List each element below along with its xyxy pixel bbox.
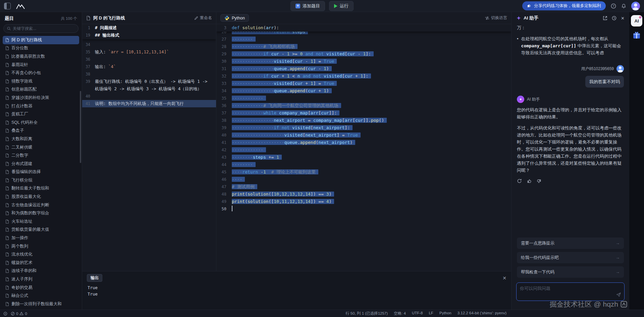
- eol-setting[interactable]: LF: [429, 311, 433, 316]
- suggestion-chip[interactable]: 给我一些代码提示吧→: [517, 252, 624, 263]
- encoding[interactable]: UTF-8: [412, 311, 423, 316]
- code-line[interactable]: 39················if not visited[next_ai…: [216, 124, 511, 131]
- description-line[interactable]: 35输入: `arr = [10,11,12,13,14]`: [82, 48, 216, 56]
- problem-list-item[interactable]: 番茄编辑的选择: [3, 168, 79, 176]
- description-line[interactable]: 41说明: 数组中均为不同机场，只能逐一向前飞行: [82, 100, 216, 107]
- problem-list-item[interactable]: 螺旋的艺术: [3, 259, 79, 267]
- problem-list-item[interactable]: 股票收益最大化: [3, 193, 79, 201]
- problem-list-item[interactable]: 比赛最高获胜次数: [3, 52, 79, 61]
- output-tab[interactable]: 输出: [87, 274, 102, 282]
- description-line[interactable]: 36: [82, 56, 216, 63]
- problem-list-item[interactable]: 加一操作: [3, 234, 79, 242]
- code-line[interactable]: 30················visited[cur - 1] = Tru…: [216, 58, 511, 65]
- code-line[interactable]: 34················queue.append(cur + 1): [216, 87, 511, 95]
- user-avatar[interactable]: [631, 2, 640, 10]
- export-chat-button[interactable]: [603, 16, 607, 20]
- description-line[interactable]: 40: [82, 93, 216, 100]
- description-line[interactable]: 34: [82, 41, 216, 48]
- problem-list-item[interactable]: 古生物血缘远近判断: [3, 201, 79, 209]
- editor-lines[interactable]: 26················return steps27········…: [216, 28, 511, 213]
- code-line[interactable]: 32············if cur + 1 < n and not vis…: [216, 72, 511, 80]
- problem-list-item[interactable]: 猜数字游戏: [3, 77, 79, 86]
- code-line[interactable]: 37············while company_map[arr[cur]…: [216, 109, 511, 117]
- send-button[interactable]: [616, 292, 621, 298]
- indent-setting[interactable]: 空格: 4: [394, 311, 406, 316]
- regenerate-button[interactable]: [517, 178, 522, 183]
- problem-list-item[interactable]: 融合公式: [3, 292, 79, 300]
- code-line[interactable]: 47# 测试用例: [216, 183, 511, 191]
- code-line[interactable]: 45····return -1 # 理论上不可能到这里: [216, 168, 511, 176]
- thumbs-up-button[interactable]: [527, 178, 532, 183]
- problem-list-item[interactable]: 暴雨花针: [3, 61, 79, 69]
- problem-list-item[interactable]: 创意标题匹配: [3, 86, 79, 94]
- code-line[interactable]: 27········: [216, 36, 511, 43]
- code-line[interactable]: 43········steps += 1: [216, 154, 511, 161]
- problem-list-item[interactable]: 和为偶数的数字组合: [3, 209, 79, 217]
- problem-list-item[interactable]: SQL 代码补全: [3, 118, 79, 127]
- search-box[interactable]: [3, 24, 78, 33]
- problem-list-item[interactable]: 流水线优化: [3, 250, 79, 259]
- problem-list-item[interactable]: 分布式团建: [3, 160, 79, 168]
- problem-list-item[interactable]: 大数和距离: [3, 135, 79, 143]
- code-line[interactable]: 50: [216, 205, 511, 213]
- search-input[interactable]: [13, 26, 75, 31]
- problem-list-item[interactable]: 二分数字: [3, 151, 79, 160]
- close-output-icon[interactable]: ✕: [502, 275, 506, 281]
- suggestion-chip[interactable]: 帮我检查一下代码→: [517, 266, 624, 278]
- close-ai-panel-icon[interactable]: ✕: [621, 16, 625, 21]
- code-line[interactable]: 28············# 飞向相邻机场: [216, 43, 511, 50]
- code-line[interactable]: 44········: [216, 161, 511, 168]
- ai-question-input[interactable]: [520, 285, 613, 297]
- language-mode[interactable]: Python: [439, 311, 451, 316]
- ai-toggle-button[interactable]: AI: [631, 15, 642, 27]
- code-editor[interactable]: 3 def solution(arr): 26················r…: [216, 24, 511, 271]
- rewards-button[interactable]: [632, 31, 641, 40]
- run-button[interactable]: 运行: [329, 1, 354, 11]
- code-line[interactable]: 46····: [216, 176, 511, 183]
- code-line[interactable]: 41····················queue.append(next_…: [216, 139, 511, 146]
- suggestion-chip[interactable]: 需要一点思路提示→: [517, 237, 624, 249]
- problem-list-item[interactable]: 蛋糕工厂: [3, 110, 79, 118]
- language-tab[interactable]: Python: [220, 14, 249, 22]
- cursor-position[interactable]: 行 50, 列 1 (已选择1257): [345, 311, 388, 316]
- problem-list-item[interactable]: 火车站选址: [3, 217, 79, 226]
- problem-list-item[interactable]: 货船载货量的最大值: [3, 226, 79, 234]
- code-line[interactable]: 36············# 飞向同一个航空公司管理的其他机场: [216, 102, 511, 109]
- description-line[interactable]: 38: [82, 70, 216, 78]
- problem-list-item[interactable]: 两个数列: [3, 242, 79, 251]
- notifications-button[interactable]: [621, 3, 626, 9]
- switch-language-button[interactable]: 切换语言: [485, 15, 507, 21]
- code-line[interactable]: 35············: [216, 95, 511, 102]
- description-line[interactable]: 37输出: `4`: [82, 63, 216, 70]
- code-line[interactable]: 40····················visited[next_airpo…: [216, 131, 511, 139]
- problem-list-item[interactable]: 删除一次得到子数组最大和: [3, 300, 79, 308]
- ai-input-box[interactable]: [516, 282, 625, 301]
- problem-list-item[interactable]: 百分位数: [3, 44, 79, 53]
- interpreter-version[interactable]: 3.12.2 64-bit ('shims': pyenv): [458, 311, 506, 316]
- problem-list-item[interactable]: 迷人子序列: [3, 275, 79, 283]
- help-button[interactable]: ?: [611, 3, 616, 9]
- code-line[interactable]: 38················next_airport = company…: [216, 117, 511, 124]
- code-line[interactable]: 49print(solution([10,11,12,13,14]) == 4): [216, 198, 511, 205]
- problem-list-item[interactable]: 打点计数器: [3, 102, 79, 110]
- problem-list-item[interactable]: 叠盘子: [3, 127, 79, 135]
- problem-list-item[interactable]: 连续子串的和: [3, 267, 79, 275]
- rename-button[interactable]: 重命名: [194, 15, 212, 21]
- code-line[interactable]: 31················queue.append(cur - 1): [216, 65, 511, 72]
- problem-list-item[interactable]: 翻转后最大子数组和: [3, 184, 79, 193]
- problem-list-item[interactable]: 飞行棋分组: [3, 176, 79, 184]
- chat-history-button[interactable]: [612, 16, 616, 20]
- problem-list-item[interactable]: 阿 D 的飞行路线: [3, 36, 79, 44]
- code-line[interactable]: 42············: [216, 146, 511, 154]
- promo-badge[interactable]: 分享代码练习体验，领最多定制福利: [522, 1, 606, 10]
- problems-indicator[interactable]: 0 0: [11, 312, 27, 316]
- thumbs-down-button[interactable]: [537, 178, 541, 183]
- problem-list-item[interactable]: 奇妙的交易: [3, 283, 79, 292]
- description-line[interactable]: 39最佳飞行路线: 机场编号 0（出发点） -> 机场编号 1 -> 机场编号 …: [82, 78, 216, 93]
- ai-conversation[interactable]: 万： • 在处理相同航空公司的其他机场时，每次都从 company_map[ar…: [512, 24, 629, 278]
- description-editor[interactable]: 1 # 问题描述 19 ## 输出格式 3435输入: `arr = [10,1…: [82, 24, 216, 271]
- code-line[interactable]: 29············if cur - 1 >= 0 and not vi…: [216, 50, 511, 58]
- description-lines[interactable]: 3435输入: `arr = [10,11,12,13,14]`3637输出: …: [82, 39, 216, 107]
- problem-list-item[interactable]: 不再贪心的小包: [3, 69, 79, 77]
- add-problem-button[interactable]: + 添加题目: [290, 1, 325, 11]
